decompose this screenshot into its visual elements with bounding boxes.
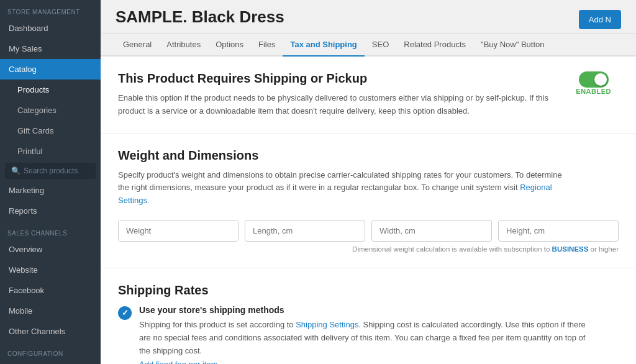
weight-input[interactable] — [119, 221, 238, 241]
width-input[interactable] — [371, 220, 492, 242]
add-button[interactable]: Add N — [579, 10, 621, 29]
configuration-label: Configuration — [0, 342, 101, 360]
sidebar-item-dashboard[interactable]: Dashboard — [0, 18, 101, 39]
add-fixed-fee-link[interactable]: Add fixed fee per item — [139, 360, 217, 364]
dimensions-title: Weight and Dimensions — [118, 148, 619, 163]
sidebar: Store management Dashboard My Sales Cata… — [0, 0, 101, 364]
length-input[interactable] — [245, 220, 365, 242]
tab-files[interactable]: Files — [251, 34, 283, 57]
toggle-enabled-label: ENABLED — [576, 88, 611, 95]
search-icon: 🔍 — [11, 166, 20, 175]
shipping-option: Use your store's shipping methods Shippi… — [118, 305, 619, 364]
sidebar-item-design[interactable]: Design — [0, 360, 101, 364]
shipping-toggle[interactable] — [579, 71, 609, 88]
sidebar-item-my-sales[interactable]: My Sales — [0, 39, 101, 59]
dim-note: Dimensional weight calculation is availa… — [118, 245, 619, 253]
dimensions-desc: Specify product's weight and dimensions … — [118, 169, 565, 207]
sidebar-item-website[interactable]: Website — [0, 260, 101, 280]
sales-channels-label: Sales channels — [0, 221, 101, 239]
search-products-input[interactable] — [24, 166, 89, 175]
sidebar-item-marketing[interactable]: Marketing — [0, 180, 101, 201]
shipping-rates-title: Shipping Rates — [118, 283, 619, 298]
tab-general[interactable]: General — [116, 34, 159, 57]
main-area: SAMPLE. Black Dress Add N General Attrib… — [101, 0, 636, 364]
sidebar-item-gift-cards[interactable]: Gift Cards — [0, 121, 101, 141]
store-management-label: Store management — [0, 0, 101, 18]
search-products-container: 🔍 — [5, 163, 96, 179]
sidebar-item-other-channels[interactable]: Other Channels — [0, 321, 101, 342]
shipping-toggle-wrap: ENABLED — [576, 71, 611, 95]
sidebar-item-overview[interactable]: Overview — [0, 239, 101, 260]
shipping-settings-link[interactable]: Shipping Settings — [296, 320, 358, 329]
business-link[interactable]: BUSINESS — [552, 245, 589, 253]
shipping-toggle-area: ENABLED — [576, 71, 611, 95]
page-title: SAMPLE. Black Dress — [116, 7, 284, 33]
height-input[interactable] — [498, 220, 619, 242]
sidebar-item-catalog[interactable]: Catalog — [0, 59, 101, 80]
dimensions-fields: kg — [118, 220, 619, 242]
sidebar-item-categories[interactable]: Categories — [0, 100, 101, 121]
sidebar-item-printful[interactable]: Printful — [0, 141, 101, 162]
sidebar-item-facebook[interactable]: Facebook — [0, 280, 101, 301]
tab-seo[interactable]: SEO — [365, 34, 396, 57]
sidebar-item-mobile[interactable]: Mobile — [0, 301, 101, 321]
dimensions-section: Weight and Dimensions Specify product's … — [101, 134, 636, 268]
tab-buy-now-button[interactable]: "Buy Now" Button — [473, 34, 552, 57]
shipping-rates-section: Shipping Rates Use your store's shipping… — [101, 268, 636, 364]
weight-field-container: kg — [118, 220, 238, 242]
tab-options[interactable]: Options — [208, 34, 251, 57]
sidebar-item-products[interactable]: Products — [0, 80, 101, 100]
sidebar-item-reports[interactable]: Reports — [0, 201, 101, 221]
tabs-bar: General Attributes Options Files Tax and… — [101, 34, 636, 57]
shipping-option-title: Use your store's shipping methods — [139, 305, 586, 315]
tab-related-products[interactable]: Related Products — [396, 34, 473, 57]
check-circle-icon[interactable] — [118, 306, 132, 320]
weight-unit-label: kg — [238, 221, 238, 241]
shipping-section-title: This Product Requires Shipping or Pickup — [118, 71, 578, 86]
shipping-section: This Product Requires Shipping or Pickup… — [101, 57, 636, 134]
shipping-option-desc: Shipping for this product is set accordi… — [139, 319, 586, 357]
shipping-option-text: Use your store's shipping methods Shippi… — [139, 305, 586, 364]
tab-tax-and-shipping[interactable]: Tax and Shipping — [283, 34, 364, 57]
header: SAMPLE. Black Dress Add N — [101, 0, 636, 34]
tab-attributes[interactable]: Attributes — [159, 34, 208, 57]
content-area: This Product Requires Shipping or Pickup… — [101, 57, 636, 364]
shipping-section-desc: Enable this option if the product needs … — [118, 92, 565, 118]
